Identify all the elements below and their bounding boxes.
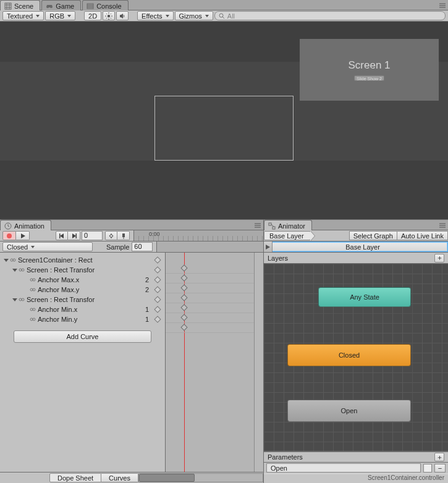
keyframe-icon[interactable]: [180, 294, 187, 301]
timeline-track[interactable]: [166, 284, 263, 293]
parameter-remove-button[interactable]: −: [434, 464, 446, 472]
timeline-track[interactable]: [166, 323, 263, 333]
add-parameter-button[interactable]: ＋: [434, 453, 444, 461]
tab-console[interactable]: Console: [82, 0, 128, 10]
timeline-hscrollbar[interactable]: [138, 473, 263, 482]
hierarchy-row[interactable]: Anchor Max.y2: [0, 285, 165, 295]
tab-animation-label: Animation: [14, 222, 44, 230]
add-curve-button[interactable]: Add Curve: [14, 330, 151, 343]
node-open[interactable]: Open: [287, 400, 411, 422]
prev-key-button[interactable]: [56, 231, 68, 240]
hierarchy-value: 2: [145, 276, 149, 284]
timeline-track[interactable]: [166, 293, 263, 303]
keyframe-icon[interactable]: [154, 306, 161, 313]
hierarchy-row[interactable]: Anchor Min.y1: [0, 314, 165, 324]
keyframe-icon[interactable]: [180, 324, 187, 330]
clip-dropdown[interactable]: Closed: [2, 242, 93, 251]
tab-animation[interactable]: Animation: [0, 220, 51, 230]
panel-menu-icon[interactable]: [438, 1, 447, 10]
next-key-button[interactable]: [68, 231, 80, 240]
hierarchy-label: Screen : Rect Transfor: [27, 266, 165, 274]
foldout-icon[interactable]: [12, 269, 17, 272]
timeline-track[interactable]: [166, 313, 263, 323]
frame-field[interactable]: 0: [82, 231, 103, 240]
add-event-button[interactable]: [117, 231, 130, 240]
link-icon: [19, 296, 25, 303]
keyframe-icon[interactable]: [180, 314, 187, 321]
hierarchy-value: 1: [145, 306, 149, 313]
parameter-checkbox[interactable]: [423, 464, 432, 472]
svg-point-37: [13, 259, 15, 261]
panel-menu-icon[interactable]: [438, 221, 447, 230]
search-placeholder: All: [227, 12, 235, 20]
svg-point-38: [19, 269, 22, 271]
time-ruler[interactable]: 0:00: [133, 230, 263, 241]
keyframe-icon[interactable]: [180, 264, 187, 271]
audio-toggle[interactable]: [116, 11, 129, 20]
add-layer-button[interactable]: ＋: [434, 254, 444, 262]
render-dropdown[interactable]: RGB: [45, 11, 75, 20]
keyframe-icon[interactable]: [154, 286, 161, 293]
auto-live-link-toggle[interactable]: Auto Live Link: [397, 231, 448, 240]
svg-line-22: [222, 17, 224, 19]
animator-graph[interactable]: Any State Closed Open: [264, 264, 448, 451]
keyframe-add-icon: [108, 233, 114, 239]
hierarchy-row[interactable]: Screen : Rect Transfor: [0, 295, 165, 304]
timeline-track[interactable]: [166, 274, 263, 284]
hierarchy-row[interactable]: Screen : Rect Transfor: [0, 265, 165, 275]
sample-field[interactable]: 60: [132, 242, 153, 251]
parameter-row[interactable]: Open: [266, 463, 421, 472]
lighting-toggle[interactable]: [103, 11, 115, 20]
sample-label: Sample: [106, 243, 129, 251]
animation-timeline[interactable]: [166, 253, 263, 472]
panel-menu-icon[interactable]: [253, 221, 262, 230]
select-graph-button[interactable]: Select Graph: [349, 231, 397, 240]
play-button[interactable]: [16, 231, 30, 240]
dopesheet-tab[interactable]: Dope Sheet: [49, 473, 101, 482]
timeline-track[interactable]: [166, 264, 263, 274]
keyframe-icon[interactable]: [180, 284, 187, 291]
hierarchy-row[interactable]: Anchor Max.x2: [0, 275, 165, 285]
foldout-icon[interactable]: [4, 259, 9, 262]
hierarchy-label: Anchor Max.x: [38, 276, 143, 284]
tab-scene[interactable]: Scene: [0, 0, 40, 10]
animation-hierarchy: Screen1Container : RectScreen : Rect Tra…: [0, 253, 166, 472]
screen1-button[interactable]: Slide Show 2: [354, 75, 384, 81]
timeline-vscrollbar[interactable]: [254, 253, 263, 472]
scene-search[interactable]: All: [214, 11, 446, 20]
tab-animator[interactable]: Animator: [264, 220, 312, 230]
2d-toggle[interactable]: 2D: [84, 11, 101, 20]
record-button[interactable]: [2, 231, 16, 240]
scene-viewport[interactable]: Screen 1 Slide Show 2: [0, 22, 448, 219]
shading-dropdown[interactable]: Textured: [2, 11, 44, 20]
svg-point-46: [30, 308, 33, 311]
hierarchy-row[interactable]: Screen1Container : Rect: [0, 255, 165, 265]
hierarchy-value: 1: [145, 316, 149, 323]
add-keyframe-button[interactable]: [105, 231, 117, 240]
curves-tab[interactable]: Curves: [101, 473, 138, 482]
hierarchy-label: Anchor Min.x: [38, 306, 143, 313]
breadcrumb[interactable]: Base Layer: [264, 231, 311, 240]
node-closed[interactable]: Closed: [287, 344, 411, 366]
layer-dropdown[interactable]: Base Layer: [264, 242, 448, 252]
node-any-state[interactable]: Any State: [318, 287, 411, 307]
event-icon: [120, 233, 127, 239]
timeline-track[interactable]: [166, 303, 263, 313]
gizmos-dropdown[interactable]: Gizmos: [175, 11, 213, 20]
tab-console-label: Console: [96, 2, 121, 10]
keyframe-icon[interactable]: [180, 304, 187, 311]
foldout-icon[interactable]: [12, 298, 17, 301]
hierarchy-row[interactable]: Anchor Min.x1: [0, 304, 165, 314]
keyframe-icon[interactable]: [154, 276, 161, 283]
effects-dropdown[interactable]: Effects: [137, 11, 173, 20]
node-open-label: Open: [341, 407, 358, 414]
screen1-panel[interactable]: Screen 1 Slide Show 2: [300, 39, 439, 101]
keyframe-icon[interactable]: [180, 274, 187, 281]
svg-rect-50: [269, 223, 271, 225]
keyframe-icon[interactable]: [154, 316, 161, 322]
breadcrumb-label: Base Layer: [269, 232, 304, 240]
tab-scene-label: Scene: [14, 2, 33, 10]
console-icon: [87, 2, 94, 10]
tab-game[interactable]: Game: [41, 0, 81, 10]
effects-label: Effects: [142, 12, 162, 20]
